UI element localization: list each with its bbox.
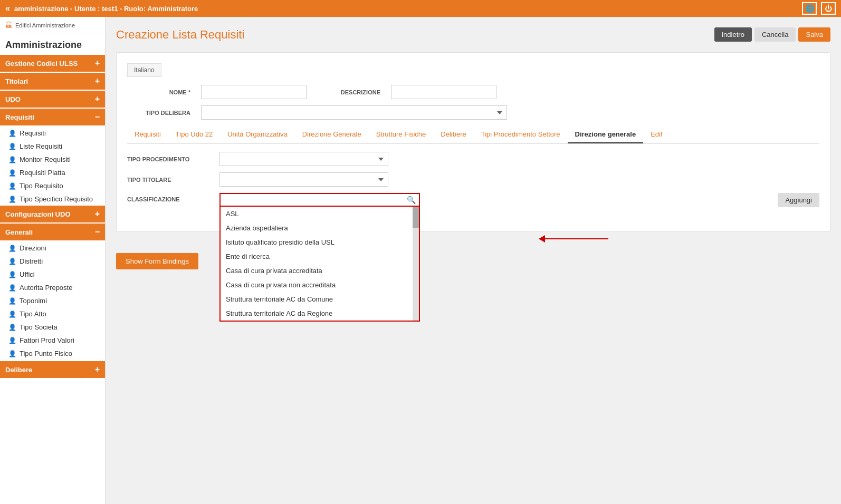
person-icon-2: 👤	[8, 143, 16, 150]
nome-descrizione-row: NOME * DESCRIZIONE	[127, 85, 819, 99]
tab-delibere[interactable]: Delibere	[433, 126, 473, 143]
nome-input[interactable]	[201, 85, 307, 99]
classificazione-dropdown-list: ASL Azienda ospedaliera Isituto qualific…	[219, 207, 420, 322]
back-button[interactable]: Indietro	[714, 27, 752, 42]
sidebar-section-gestione[interactable]: Gestione Codici ULSS +	[0, 55, 105, 72]
scrollbar-thumb	[413, 207, 419, 228]
sidebar-section-generali[interactable]: Generali −	[0, 224, 105, 240]
minus-icon-generali: −	[95, 227, 100, 237]
form-card: Italiano NOME * DESCRIZIONE TIPO DELIBER…	[116, 52, 830, 232]
tipo-procedimento-label: TIPO PROCEDIMENTO	[127, 156, 212, 162]
sidebar-logo: 🏛 Edifici Amministrazione	[0, 17, 105, 34]
tab-tipo-udo-22[interactable]: Tipo Udo 22	[168, 126, 220, 143]
sidebar-item-uffici[interactable]: 👤 Uffici	[0, 268, 105, 281]
sidebar-section-delibere[interactable]: Delibere +	[0, 361, 105, 378]
tipo-procedimento-row: TIPO PROCEDIMENTO	[127, 152, 819, 166]
lang-tab[interactable]: Italiano	[127, 63, 161, 77]
tipo-procedimento-select[interactable]	[219, 152, 388, 166]
sidebar-item-requisiti-label: Requisiti	[20, 129, 46, 137]
tipo-delibera-select[interactable]	[201, 105, 507, 120]
dropdown-item-struttura-regione[interactable]: Struttura territoriale AC da Regione	[221, 306, 413, 321]
sidebar-item-requisiti-piatta[interactable]: 👤 Requisiti Piatta	[0, 166, 105, 179]
person-icon-15: 👤	[8, 350, 16, 357]
person-icon-11: 👤	[8, 297, 16, 305]
tab-edif[interactable]: Edif	[643, 126, 670, 143]
dropdown-item-struttura-comune[interactable]: Struttura territoriale AC da Comune	[221, 292, 413, 306]
arrow-head-icon	[539, 235, 545, 243]
sidebar-item-toponimi[interactable]: 👤 Toponimi	[0, 294, 105, 307]
tab-unita-organizzativa[interactable]: Unità Organizzativa	[220, 126, 294, 143]
sidebar-section-udo[interactable]: UDO +	[0, 91, 105, 108]
dropdown-item-ente-ricerca[interactable]: Ente di ricerca	[221, 249, 413, 264]
tab-tipi-procedimento-settore[interactable]: Tipi Procedimento Settore	[474, 126, 568, 143]
show-form-bindings-button[interactable]: Show Form Bindings	[116, 253, 198, 269]
sidebar-item-distretti[interactable]: 👤 Distretti	[0, 255, 105, 268]
classificazione-search-box: 🔍	[219, 193, 420, 207]
person-icon-8: 👤	[8, 258, 16, 265]
tipo-titolare-select[interactable]	[219, 172, 388, 187]
plus-icon-gestione: +	[95, 59, 100, 68]
sidebar-item-liste-requisiti[interactable]: 👤 Liste Requisiti	[0, 140, 105, 153]
globe-button[interactable]: 🌐	[802, 2, 817, 15]
sidebar-section-gestione-label: Gestione Codici ULSS	[5, 60, 78, 67]
sidebar-item-tipo-punto-fisico[interactable]: 👤 Tipo Punto Fisico	[0, 347, 105, 360]
sidebar-section-titolari[interactable]: Titolari +	[0, 73, 105, 90]
tabs-container: Requisiti Tipo Udo 22 Unità Organizzativ…	[127, 126, 819, 144]
descrizione-input[interactable]	[391, 85, 496, 99]
power-button[interactable]: ⏻	[821, 2, 836, 15]
page-title: Creazione Lista Requisiti	[116, 28, 244, 42]
sidebar-section-configurazioni[interactable]: Configurazioni UDO +	[0, 206, 105, 222]
dropdown-item-casa-non-accreditata[interactable]: Casa di cura privata non accreditata	[221, 278, 413, 292]
dropdown-item-casa-accreditata[interactable]: Casa di cura privata accreditata	[221, 264, 413, 278]
building-icon: 🏛	[5, 21, 13, 30]
sidebar-item-monitor-requisiti-label: Monitor Requisiti	[20, 156, 71, 163]
plus-icon-titolari: +	[95, 76, 100, 86]
page-header: Creazione Lista Requisiti Indietro Cance…	[116, 27, 830, 42]
dropdown-item-asl[interactable]: ASL	[221, 207, 413, 221]
sidebar-item-fattori-prod-valori[interactable]: 👤 Fattori Prod Valori	[0, 334, 105, 347]
aggiungi-button[interactable]: Aggiungi	[778, 193, 819, 207]
dropdown-item-azienda-ospedaliera[interactable]: Azienda ospedaliera	[221, 221, 413, 235]
classificazione-label: CLASSIFICAZIONE	[127, 193, 212, 202]
topbar-arrow-icon: «	[5, 4, 10, 13]
tab-direzione-generale-active[interactable]: Direzione generale	[568, 126, 644, 143]
sidebar-item-requisiti[interactable]: 👤 Requisiti	[0, 127, 105, 140]
person-icon-5: 👤	[8, 182, 16, 190]
sidebar-item-monitor-requisiti[interactable]: 👤 Monitor Requisiti	[0, 153, 105, 166]
sidebar-item-tipo-atto[interactable]: 👤 Tipo Atto	[0, 307, 105, 321]
main-content: Creazione Lista Requisiti Indietro Cance…	[106, 17, 841, 504]
sidebar-item-tipo-specifico-requisito[interactable]: 👤 Tipo Specifico Requisito	[0, 192, 105, 206]
person-icon: 👤	[8, 130, 16, 137]
cancel-button[interactable]: Cancella	[754, 27, 796, 42]
tab-strutture-fisiche[interactable]: Strutture Fisiche	[369, 126, 434, 143]
dropdown-scrollbar[interactable]	[413, 207, 419, 321]
classificazione-row: CLASSIFICAZIONE 🔍 ASL	[127, 193, 819, 207]
save-button[interactable]: Salva	[798, 27, 830, 42]
sidebar-item-tipo-societa[interactable]: 👤 Tipo Societa	[0, 321, 105, 334]
sidebar-item-tipo-requisito[interactable]: 👤 Tipo Requisito	[0, 179, 105, 192]
person-icon-14: 👤	[8, 337, 16, 344]
tab-direzione-generale[interactable]: Direzione Generale	[295, 126, 369, 143]
sidebar-section-requisiti[interactable]: Requisiti −	[0, 109, 105, 125]
sidebar-section-delibere-label: Delibere	[5, 366, 32, 374]
sidebar-item-tipo-punto-fisico-label: Tipo Punto Fisico	[20, 350, 72, 357]
tipo-delibera-row: TIPO DELIBERA	[127, 105, 819, 120]
sidebar-item-distretti-label: Distretti	[20, 257, 43, 265]
person-icon-10: 👤	[8, 284, 16, 292]
sidebar-section-requisiti-label: Requisiti	[5, 113, 34, 121]
person-icon-12: 👤	[8, 311, 16, 318]
tipo-delibera-label: TIPO DELIBERA	[127, 110, 190, 116]
classificazione-search-input[interactable]	[224, 196, 407, 204]
sidebar-item-direzioni[interactable]: 👤 Direzioni	[0, 241, 105, 255]
sidebar-title: Amministrazione	[0, 34, 105, 55]
dropdown-item-isituto[interactable]: Isituto qualificato presidio della USL	[221, 235, 413, 249]
plus-icon-configurazioni: +	[95, 209, 100, 219]
sidebar-section-configurazioni-label: Configurazioni UDO	[5, 210, 71, 218]
tab-requisiti[interactable]: Requisiti	[127, 126, 168, 143]
person-icon-3: 👤	[8, 156, 16, 163]
person-icon-4: 👤	[8, 169, 16, 177]
tipo-titolare-row: TIPO TITOLARE	[127, 172, 819, 187]
sidebar-item-autorita-preposte[interactable]: 👤 Autorita Preposte	[0, 281, 105, 294]
minus-icon-requisiti: −	[95, 112, 100, 122]
topbar-right: 🌐 ⏻	[802, 2, 836, 15]
